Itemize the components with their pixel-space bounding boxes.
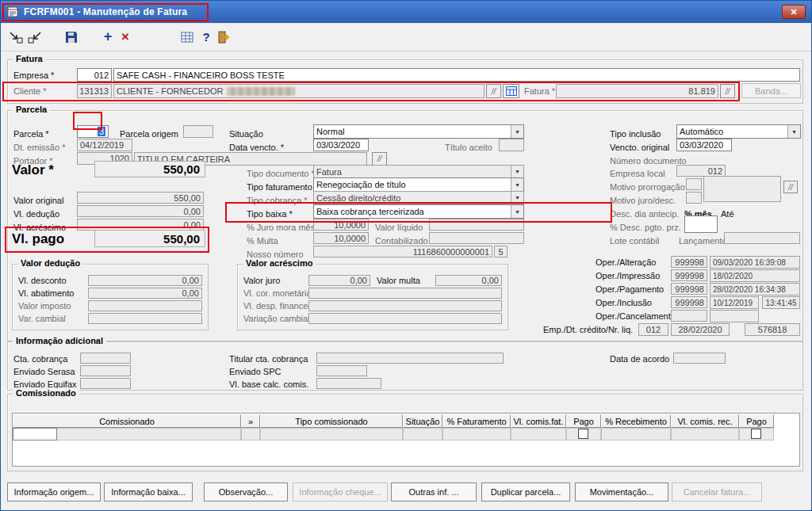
banda-button: Banda... — [741, 83, 801, 98]
motivo-lookup-button[interactable]: // — [783, 181, 798, 193]
fatura-label: Fatura * — [524, 86, 555, 96]
delete-icon[interactable]: ✕ — [117, 29, 134, 44]
situacao-label: Situação — [229, 129, 263, 139]
observacao-button[interactable]: Observação... — [204, 482, 288, 501]
valor-multa-field: 0,00 — [435, 275, 502, 286]
vl-abatimento-field: 0,00 — [88, 288, 202, 299]
cliente-lookup-button[interactable]: // — [486, 84, 501, 98]
tipo-baixa-label: Tipo baixa * — [247, 209, 293, 219]
pago-rec-checkbox[interactable] — [751, 429, 761, 439]
valor-original-label: Valor original — [13, 196, 63, 205]
contabilizado-field — [429, 232, 524, 244]
nosso-numero-digit-field: 5 — [494, 246, 508, 257]
data-vencto-label: Data vencto. * — [229, 143, 284, 152]
cliente-table-button[interactable] — [503, 84, 519, 98]
pago-fat-checkbox[interactable] — [578, 429, 588, 439]
grid-icon[interactable] — [178, 29, 196, 44]
col-header-tipo-comissionado[interactable]: Tipo comissionado — [260, 414, 403, 428]
fatura-lookup-button[interactable]: // — [720, 84, 735, 98]
comissionado-legend: Comissionado — [13, 388, 79, 398]
col-header-pago-fat[interactable]: Pago — [566, 414, 601, 428]
outras-inf-button[interactable]: Outras inf. ... — [391, 482, 477, 501]
desc-pgto-field[interactable] — [684, 215, 718, 233]
help-icon[interactable]: ? — [197, 29, 215, 44]
vencto-original-field[interactable]: 03/03/2020 — [676, 139, 732, 151]
exit-icon[interactable] — [215, 29, 232, 44]
lancamento-label: Lançamento — [679, 236, 727, 246]
oper-pagamento-label: Oper./Pagamento — [596, 284, 664, 294]
movimentacao-button[interactable]: Movimentação... — [575, 482, 668, 501]
vl-pago-label: Vl. pago — [12, 231, 64, 247]
cliente-name-text: CLIENTE - FORNECEDOR — [117, 86, 223, 96]
chevron-down-icon: ▾ — [511, 125, 523, 138]
tipo-cobranca-label: Tipo cobrança * — [247, 196, 308, 205]
col-header-pct-recebimento[interactable]: % Recebimento — [601, 414, 671, 428]
valor-imposto-field — [88, 300, 202, 311]
situacao-select[interactable]: Normal ▾ — [313, 124, 524, 139]
oper-impressao-code: 999998 — [671, 269, 707, 281]
juro-mora-field: 10,0000 — [313, 219, 369, 231]
tipo-baixa-select[interactable]: Baixa cobrança terceirizada ▾ — [313, 204, 524, 219]
redacted-text — [227, 87, 295, 96]
col-header-pago-rec[interactable]: Pago — [739, 414, 774, 428]
multa-label: % Multa — [247, 236, 278, 246]
export-record-icon[interactable] — [7, 29, 25, 44]
contabilizado-label: Contabilizado — [375, 236, 428, 246]
motivo-juro-code-field — [686, 192, 702, 204]
valor-acrescimo-legend: Valor acréscimo — [243, 258, 316, 268]
title-bar[interactable]: FCRFM001 - Manutenção de Fatura — [1, 1, 812, 23]
emp-dt-credito-label: Emp./Dt. crédito/Nr. liq. — [543, 325, 633, 334]
empresa-code-field[interactable]: 012 — [77, 68, 112, 82]
cliente-name-field: CLIENTE - FORNECEDOR — [113, 84, 485, 98]
table-cell — [442, 428, 511, 440]
col-header-comissionado[interactable]: Comissionado — [13, 414, 241, 428]
tipo-faturamento-select[interactable]: Renegociação de título ▾ — [313, 177, 524, 192]
oper-alteracao-label: Oper./Alteração — [596, 257, 656, 267]
vl-acrescimo-field: 0,00 — [77, 219, 204, 231]
col-header-situacao[interactable]: Situação — [403, 414, 442, 428]
vl-base-calc-field — [316, 378, 381, 389]
close-icon[interactable]: ✕ — [782, 5, 806, 19]
comissionado-input-cell[interactable] — [13, 428, 57, 440]
col-header-vl-comis-rec[interactable]: Vl. comis. rec. — [671, 414, 739, 428]
window-title: FCRFM001 - Manutenção de Fatura — [24, 6, 187, 17]
juro-mora-label: % Juro mora mês — [247, 223, 315, 232]
col-header-expand-button[interactable]: » — [241, 414, 260, 428]
valor-value: 550,00 — [94, 161, 205, 177]
multa-field: 10,0000 — [313, 232, 369, 244]
valor-juro-label: Valor juro — [243, 276, 280, 285]
tipo-inclusao-select[interactable]: Automático ▾ — [676, 124, 801, 139]
valor-liquido-field — [429, 219, 524, 231]
informacao-baixa-button[interactable]: Informação baixa... — [104, 482, 193, 501]
tipo-documento-select: Fatura ▾ — [313, 165, 524, 178]
table-cell — [241, 428, 260, 440]
informacao-origem-button[interactable]: Informação origem... — [7, 482, 101, 501]
chevron-down-icon: ▾ — [511, 205, 523, 218]
enviado-serasa-label: Enviado Serasa — [13, 367, 75, 376]
parcela-origem-label: Parcela origem — [120, 129, 178, 139]
parcela-legend: Parcela — [13, 105, 50, 114]
vl-abatimento-label: Vl. abatimento — [18, 288, 74, 298]
portador-lookup-button[interactable]: // — [372, 152, 387, 166]
var-cambial-label: Var. cambial — [18, 314, 66, 323]
empresa-name-field[interactable]: SAFE CASH - FINANCEIRO BOSS TESTE — [113, 68, 800, 82]
oper-cancelamento-label: Oper./Cancelamento — [596, 311, 676, 321]
add-icon[interactable]: + — [99, 29, 117, 44]
motivo-prorrogacao-label: Motivo prorrogação — [610, 182, 685, 192]
info-adicional-legend: Informação adicional — [13, 336, 106, 345]
valor-juro-field: 0,00 — [308, 275, 370, 286]
desc-pgto-label: % Desc. pgto. prz. — [610, 223, 681, 232]
parcela-field[interactable]: 3 — [77, 125, 109, 138]
save-icon[interactable] — [63, 29, 80, 44]
import-record-icon[interactable] — [26, 29, 44, 44]
valor-original-field: 550,00 — [77, 192, 204, 204]
emp-code-field: 012 — [638, 323, 668, 336]
titulo-aceito-label: Título aceito — [445, 143, 492, 152]
motivo-prorrogacao-text-field — [703, 176, 781, 202]
data-vencto-field[interactable]: 03/03/2020 — [313, 139, 369, 151]
duplicar-parcela-button[interactable]: Duplicar parcela... — [481, 482, 570, 501]
chevron-down-icon: ▾ — [511, 192, 523, 204]
col-header-pct-faturamento[interactable]: % Faturamento — [442, 414, 511, 428]
col-header-vl-comis-fat[interactable]: Vl. comis.fat. — [511, 414, 566, 428]
vl-pago-value: 550,00 — [94, 230, 205, 247]
